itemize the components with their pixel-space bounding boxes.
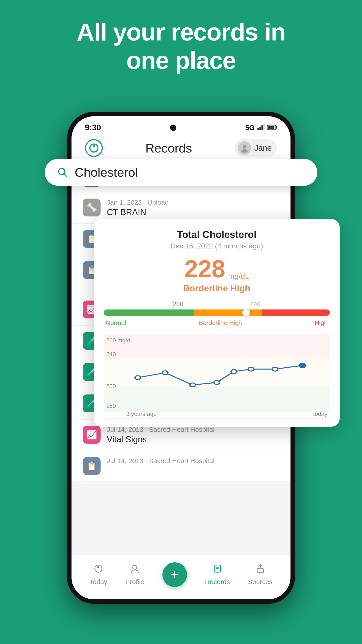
svg-point-8 (93, 145, 95, 147)
range-status-labels: Normal Borderline High High (104, 319, 330, 326)
bottom-nav: Today Profile + (71, 554, 291, 599)
svg-rect-5 (276, 126, 277, 128)
range-markers: 200 240 (104, 300, 330, 308)
svg-rect-0 (257, 128, 259, 130)
status-time: 9:30 (85, 123, 101, 132)
chol-date: Dec 16, 2022 (4 months ago) (104, 242, 330, 250)
add-icon: + (170, 568, 179, 582)
range-indicator (242, 308, 250, 317)
nav-profile[interactable]: Profile (125, 564, 144, 586)
user-avatar[interactable]: Jane (235, 139, 277, 157)
svg-point-12 (97, 566, 99, 568)
hero-section: All your records in one place (0, 0, 362, 84)
record-info: Jul 14, 2013 · Sacred Heart Hospital (107, 457, 279, 466)
chart-y-260: 260 mg/dL (106, 337, 134, 344)
cholesterol-card: Total Cholesterol Dec 16, 2022 (4 months… (94, 219, 340, 427)
nav-sources[interactable]: Sources (248, 564, 273, 586)
chol-unit: mg/dL (228, 272, 249, 280)
svg-point-27 (272, 367, 278, 371)
record-item[interactable]: 📋 Jul 14, 2013 · Sacred Heart Hospital (71, 451, 291, 482)
search-text: Cholesterol (75, 165, 138, 180)
svg-line-20 (64, 174, 67, 177)
camera-dot (170, 124, 176, 131)
hero-text: All your records in one place (0, 0, 362, 84)
add-button[interactable]: + (162, 562, 187, 587)
chart-y-200: 200 (106, 383, 116, 390)
nav-add[interactable]: + (162, 562, 187, 587)
range-bar-fill (104, 310, 330, 316)
svg-point-22 (162, 371, 168, 374)
status-bar: 9:30 5G (71, 116, 291, 134)
record-icon: 📋 (83, 457, 100, 475)
svg-point-9 (243, 145, 246, 148)
record-name: CT BRAIN (107, 208, 279, 217)
network-label: 5G (245, 124, 255, 132)
svg-rect-6 (268, 126, 274, 129)
svg-point-13 (133, 565, 137, 569)
phone-mockup: 9:30 5G (49, 94, 313, 613)
nav-today-label: Today (89, 578, 107, 586)
records-icon (213, 564, 222, 576)
nav-sources-label: Sources (248, 578, 273, 586)
chol-status: Borderline High (104, 283, 330, 294)
nav-records-label: Records (205, 578, 230, 586)
svg-point-28 (299, 363, 306, 368)
range-marker-200: 200 (173, 300, 183, 308)
logo-icon (88, 143, 99, 154)
record-info: Jan 1, 2023 · Upload CT BRAIN (107, 198, 279, 217)
person-icon (240, 144, 249, 152)
svg-point-21 (135, 376, 141, 380)
svg-point-10 (241, 149, 248, 152)
chart-y-180: 180 (106, 402, 116, 410)
record-name: Vital Signs (107, 435, 279, 444)
chart-time-end: today (313, 410, 327, 418)
chol-value: 228 (184, 255, 225, 282)
avatar-icon (238, 141, 251, 155)
search-bar[interactable]: Cholesterol (45, 159, 317, 186)
record-meta: Jul 14, 2013 · Sacred Heart Hospital (107, 426, 279, 433)
range-bar (104, 310, 330, 316)
chart-time-labels: 3 years ago today (124, 410, 330, 418)
nav-records[interactable]: Records (205, 564, 230, 586)
user-name: Jane (254, 143, 272, 153)
record-info: Jul 14, 2013 · Sacred Heart Hospital Vit… (107, 426, 279, 444)
record-icon: 📈 (83, 426, 100, 444)
svg-point-23 (190, 383, 196, 387)
today-icon (93, 564, 103, 576)
app-logo (85, 139, 103, 157)
svg-point-25 (231, 370, 237, 374)
svg-rect-18 (257, 569, 264, 573)
record-meta: Jul 14, 2013 · Sacred Heart Hospital (107, 457, 279, 465)
hero-line1: All your records in (77, 18, 285, 46)
sources-icon (255, 564, 265, 576)
battery-icon (267, 124, 277, 132)
chol-value-container: 228 mg/dL (104, 256, 330, 281)
record-meta: Jan 1, 2023 · Upload (107, 198, 279, 206)
record-icon: 🦴 (83, 198, 100, 216)
chart-y-240: 240 (106, 351, 116, 358)
chart-svg (124, 334, 316, 412)
signal-icon (257, 124, 265, 132)
svg-rect-3 (264, 124, 265, 130)
status-icons: 5G (245, 124, 277, 132)
chart-time-start: 3 years ago (126, 410, 157, 418)
hero-line2: one place (126, 46, 236, 74)
record-item[interactable]: 🦴 Jan 1, 2023 · Upload CT BRAIN (71, 192, 291, 224)
search-bar-container: Cholesterol (31, 159, 331, 186)
nav-profile-label: Profile (125, 578, 144, 586)
range-high: High (315, 319, 328, 326)
range-borderline: Borderline High (126, 319, 315, 326)
svg-rect-2 (261, 125, 263, 130)
svg-rect-1 (259, 126, 261, 130)
profile-icon (130, 564, 140, 576)
chart-container: 260 mg/dL 240 200 180 (104, 334, 330, 418)
range-marker-240: 240 (250, 300, 261, 308)
svg-point-26 (248, 367, 254, 371)
svg-point-24 (214, 380, 219, 384)
app-title: Records (145, 141, 192, 156)
search-icon (56, 166, 69, 179)
nav-today[interactable]: Today (89, 564, 107, 586)
chol-title: Total Cholesterol (104, 229, 330, 240)
range-normal: Normal (106, 319, 126, 326)
